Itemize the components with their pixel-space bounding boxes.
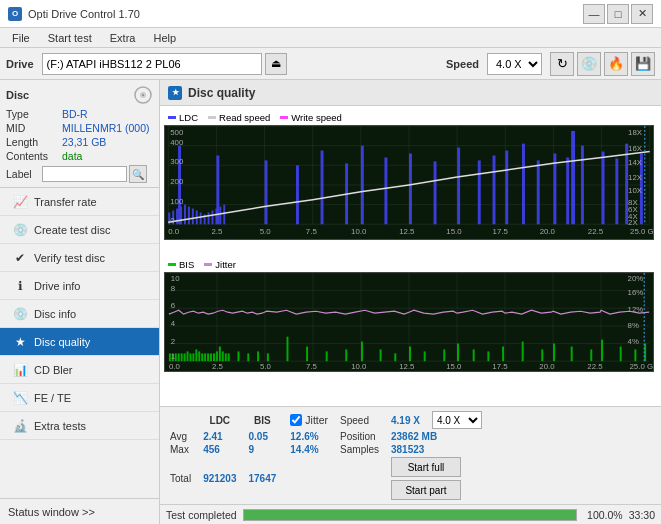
disc-icon[interactable]: 💿 [577,52,601,76]
svg-text:10.0: 10.0 [351,362,367,371]
svg-rect-142 [553,344,555,362]
read-speed-color [208,116,216,119]
svg-text:500: 500 [170,128,184,137]
stats-total-ldc: 921203 [199,456,244,501]
top-chart-legend: LDC Read speed Write speed [164,110,657,125]
drive-eject-button[interactable]: ⏏ [265,53,287,75]
svg-rect-108 [189,353,191,361]
stats-speed-label: Speed [340,415,369,426]
svg-text:2X: 2X [628,218,638,227]
svg-text:100: 100 [170,197,184,206]
svg-text:22.5: 22.5 [588,227,604,236]
svg-text:17.5: 17.5 [492,362,508,371]
stats-max-jitter: 14.4% [284,443,336,456]
sidebar-item-disc-quality[interactable]: ★ Disc quality [0,328,159,356]
svg-rect-144 [590,349,592,361]
verify-test-disc-icon: ✔ [12,250,28,266]
menu-help[interactable]: Help [145,30,184,46]
sidebar-nav: 📈 Transfer rate 💿 Create test disc ✔ Ver… [0,188,159,498]
menu-extra[interactable]: Extra [102,30,144,46]
sidebar-item-label-disc-info: Disc info [34,308,76,320]
svg-rect-39 [321,151,324,225]
disc-quality-header: ★ Disc quality [160,80,661,106]
legend-write-speed: Write speed [280,112,342,123]
speed-select[interactable]: 4.0 X [487,53,542,75]
svg-rect-147 [634,349,636,361]
sidebar-item-transfer-rate[interactable]: 📈 Transfer rate [0,188,159,216]
content-area: ★ Disc quality LDC Read speed [160,80,661,524]
refresh-icon[interactable]: ↻ [550,52,574,76]
disc-label-icon-button[interactable]: 🔍 [129,165,147,183]
bottom-chart-legend: BIS Jitter [164,257,657,272]
disc-type-label: Type [6,108,62,120]
svg-rect-125 [267,353,269,361]
progress-outer [243,509,577,521]
burn-icon[interactable]: 🔥 [604,52,628,76]
svg-rect-124 [257,351,259,361]
legend-jitter: Jitter [204,259,236,270]
sidebar-item-fe-te[interactable]: 📉 FE / TE [0,384,159,412]
sidebar-item-disc-info[interactable]: 💿 Disc info [0,300,159,328]
start-full-button[interactable]: Start full [391,457,461,477]
sidebar-item-create-test-disc[interactable]: 💿 Create test disc [0,216,159,244]
minimize-button[interactable]: — [583,4,605,24]
bottom-chart-svg: 1 2 4 6 8 10 0.0 2.5 5.0 7.5 10.0 12.5 1… [164,272,654,372]
svg-rect-116 [213,353,215,361]
disc-length-value: 23,31 GB [62,136,106,148]
svg-rect-134 [424,351,426,361]
svg-rect-140 [522,342,524,362]
drive-row: (F:) ATAPI iHBS112 2 PL06 ⏏ [42,53,434,75]
svg-text:10: 10 [171,274,180,283]
svg-rect-49 [522,144,525,225]
sidebar-item-drive-info[interactable]: ℹ Drive info [0,272,159,300]
svg-rect-52 [566,157,569,224]
svg-text:16X: 16X [628,144,643,153]
disc-label-input[interactable] [42,166,127,182]
disc-label-key: Label [6,168,42,180]
svg-rect-139 [502,347,504,362]
sidebar-item-label-create-test-disc: Create test disc [34,224,110,236]
svg-rect-38 [296,165,299,224]
svg-rect-43 [409,154,412,225]
start-part-button[interactable]: Start part [391,480,461,500]
jitter-checkbox[interactable] [290,414,302,426]
sidebar-item-verify-test-disc[interactable]: ✔ Verify test disc [0,244,159,272]
maximize-button[interactable]: □ [607,4,629,24]
svg-rect-34 [223,205,225,225]
sidebar-item-cd-bler[interactable]: 📊 CD Bler [0,356,159,384]
menu-file[interactable]: File [4,30,38,46]
write-speed-color [280,116,288,119]
bis-color [168,263,176,266]
fe-te-icon: 📉 [12,390,28,406]
svg-text:2.5: 2.5 [212,362,224,371]
status-window-item[interactable]: Status window >> [0,498,159,524]
stats-samples-value: 381523 [387,443,490,456]
svg-rect-133 [409,347,411,362]
stats-max-ldc: 456 [199,443,244,456]
bottom-chart-container: BIS Jitter [164,257,657,402]
stats-speed-dropdown[interactable]: 4.0 X [432,411,482,429]
svg-rect-128 [326,351,328,361]
svg-text:6: 6 [171,301,176,310]
svg-rect-141 [541,349,543,361]
disc-contents-row: Contents data [6,150,153,162]
drive-select[interactable]: (F:) ATAPI iHBS112 2 PL06 [42,53,262,75]
menu-start-test[interactable]: Start test [40,30,100,46]
disc-type-row: Type BD-R [6,108,153,120]
sidebar-item-extra-tests[interactable]: 🔬 Extra tests [0,412,159,440]
svg-rect-24 [184,205,186,225]
save-icon[interactable]: 💾 [631,52,655,76]
stats-avg-bis: 0.05 [245,430,285,443]
svg-text:0: 0 [170,216,175,225]
svg-rect-26 [192,209,194,225]
stats-max-bis: 9 [245,443,285,456]
svg-text:10X: 10X [628,186,643,195]
svg-rect-33 [219,207,221,225]
svg-rect-105 [181,353,183,361]
svg-rect-129 [345,349,347,361]
disc-header: Disc [6,86,153,104]
stats-header-bis: BIS [245,410,285,430]
stats-empty-cell [336,456,387,501]
svg-rect-123 [247,353,249,361]
close-button[interactable]: ✕ [631,4,653,24]
